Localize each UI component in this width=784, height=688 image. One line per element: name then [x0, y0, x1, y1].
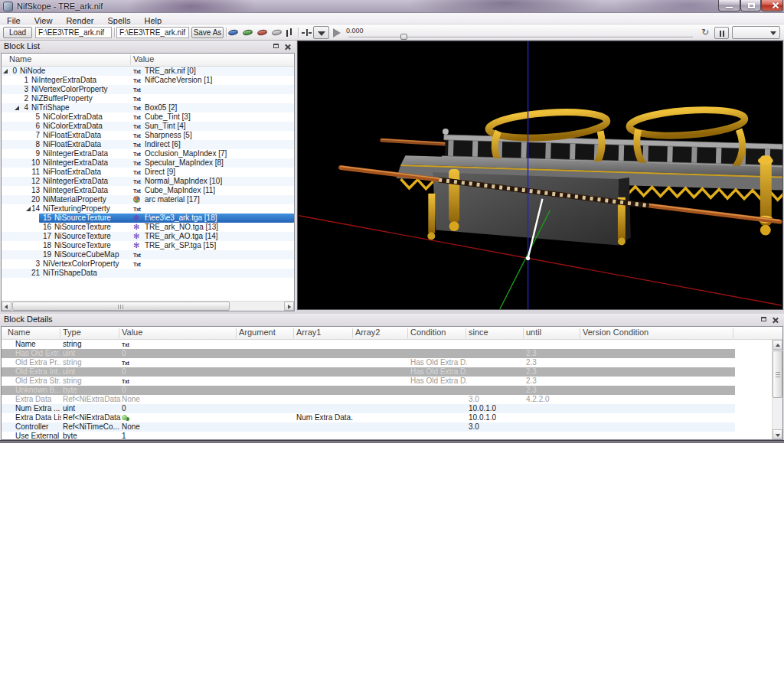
block-details-row[interactable]: ControllerRef<NiTimeCo...None3.0	[2, 422, 735, 432]
block-list-row[interactable]: 19NiSourceCubeMapTxt	[2, 250, 294, 259]
block-list-row[interactable]: 4NiTriShapeTxtBox05 [2]	[2, 103, 294, 112]
cell-value: 0	[122, 367, 237, 377]
block-list-row[interactable]: 9NiIntegerExtraDataTxtOcclusion_MapIndex…	[2, 149, 294, 158]
block-number: 14	[24, 204, 40, 214]
maximize-button[interactable]	[740, 0, 761, 11]
pause-button[interactable]	[714, 27, 729, 39]
scroll-thumb[interactable]	[12, 302, 230, 311]
block-list-row[interactable]: 11NiFloatExtraDataTxtDirect [9]	[2, 168, 294, 177]
block-list-row[interactable]: 0NiNodeTxtTRE_ark.nif [0]	[2, 67, 294, 76]
block-value: TRE_ark_AO.tga [14]	[145, 232, 218, 241]
minimize-button[interactable]	[718, 0, 740, 11]
block-number: 17	[36, 232, 51, 241]
scroll-down-button[interactable]	[773, 429, 782, 439]
center-view-icon[interactable]	[302, 29, 312, 36]
block-details-row[interactable]: Use Externalbyte1	[2, 432, 735, 440]
block-list-row[interactable]: 2NiZBufferPropertyTxt	[2, 94, 294, 103]
block-number: 16	[36, 223, 51, 232]
block-list-row[interactable]: 3NiVertexColorPropertyTxt	[2, 259, 294, 269]
block-details-row[interactable]: Old Extra Int...uint0Has Old Extra D...2…	[2, 367, 735, 377]
horizontal-scrollbar[interactable]	[2, 301, 294, 311]
block-value: Direct [9]	[145, 168, 175, 177]
float-panel-icon[interactable]	[272, 42, 281, 51]
column-until[interactable]: until	[526, 328, 541, 337]
block-list-rows: 0NiNodeTxtTRE_ark.nif [0]1NiIntegerExtra…	[2, 67, 294, 278]
block-list-row[interactable]: 8NiFloatExtraDataTxtIndirect [6]	[2, 140, 294, 149]
scroll-left-button[interactable]	[2, 302, 11, 311]
title-bar[interactable]: NifSkope - TRE_ark.nif	[0, 0, 784, 13]
block-list-row[interactable]: 21NiTriShapeData	[2, 269, 294, 278]
scroll-right-button[interactable]	[284, 302, 294, 311]
block-details-row[interactable]: Extra DataRef<NiExtraData>None3.04.2.2.0	[2, 395, 735, 404]
block-list-row[interactable]: 10NiIntegerExtraDataTxtSpecular_MapIndex…	[2, 158, 294, 168]
close-panel-icon[interactable]	[283, 42, 292, 51]
column-name[interactable]: Name	[8, 328, 30, 337]
cell-name: Name	[15, 340, 61, 349]
column-array1[interactable]: Array1	[296, 328, 321, 337]
cell-name: Num Extra ...	[15, 404, 61, 413]
block-list-row[interactable]: 7NiFloatExtraDataTxtSharpness [5]	[2, 131, 294, 140]
cell-condition: Has Old Extra D...	[410, 367, 467, 377]
block-details-row[interactable]: Old Extra Pr...stringTxtHas Old Extra D.…	[2, 358, 735, 367]
cell-name: Unknown B...	[15, 386, 61, 395]
draw-toggle-green-icon[interactable]	[242, 29, 253, 37]
viewport-3d[interactable]	[297, 41, 783, 310]
scroll-thumb[interactable]	[773, 351, 782, 398]
close-button[interactable]	[761, 0, 783, 11]
close-panel-icon[interactable]	[771, 315, 780, 324]
block-details-row[interactable]: Old Extra Str...stringTxtHas Old Extra D…	[2, 377, 735, 386]
block-list-row[interactable]: 15NiSourceTexture✻f:\ee3\e3_ark.tga [18]	[2, 214, 294, 223]
block-list-row[interactable]: 13NiIntegerExtraDataTxtCube_MapIndex [11…	[2, 186, 294, 195]
column-argument[interactable]: Argument	[239, 328, 276, 337]
block-details-row[interactable]: Num Extra ...uint010.0.1.0	[2, 404, 735, 413]
column-value[interactable]: Value	[122, 328, 142, 337]
origin-point	[526, 256, 530, 260]
block-number: 11	[24, 168, 40, 177]
block-list-row[interactable]: 3NiVertexColorPropertyTxt	[2, 85, 294, 94]
load-button[interactable]: Load	[3, 27, 32, 38]
view-dropdown-button[interactable]	[313, 26, 329, 39]
block-number: 21	[24, 269, 40, 278]
block-list-row[interactable]: 20NiMaterialPropertyarc material [17]	[2, 195, 294, 204]
scroll-up-button[interactable]	[773, 340, 782, 350]
column-type[interactable]: Type	[63, 328, 81, 337]
loop-icon[interactable]: ↻	[701, 27, 709, 37]
cell-value: 0	[122, 349, 237, 358]
load-path-input[interactable]	[35, 27, 112, 38]
block-details-row[interactable]: Has Old Extr...uint02.3	[2, 349, 735, 358]
draw-toggle-red-icon[interactable]	[256, 29, 267, 37]
block-type-name: NiSourceTexture	[54, 214, 111, 223]
block-list-row[interactable]: 18NiSourceTexture✻TRE_ark_SP.tga [15]	[2, 241, 294, 250]
block-details-title-bar: Block Details	[0, 314, 784, 326]
draw-nodes-icon[interactable]	[285, 28, 294, 37]
texture-icon: ✻	[133, 223, 139, 232]
draw-toggle-gray-icon[interactable]	[271, 29, 282, 37]
block-list-row[interactable]: 14NiTexturingPropertyTxt	[2, 204, 294, 214]
play-button[interactable]	[333, 28, 341, 37]
float-panel-icon[interactable]	[760, 315, 769, 324]
save-as-button[interactable]: Save As	[191, 27, 224, 38]
block-details-row[interactable]: Extra Data ListRef<NiExtraData>Num Extra…	[2, 413, 735, 422]
time-slider-thumb[interactable]	[400, 34, 407, 40]
column-condition[interactable]: Condition	[410, 328, 446, 337]
window-title: NifSkope - TRE_ark.nif	[17, 2, 103, 11]
block-details-row[interactable]: NamestringTxt	[2, 340, 735, 349]
save-path-input[interactable]	[116, 27, 189, 38]
block-list-row[interactable]: 16NiSourceTexture✻TRE_ark_NO.tga [13]	[2, 223, 294, 232]
block-list-row[interactable]: 6NiColorExtraDataTxtSun_Tint [4]	[2, 122, 294, 131]
column-value[interactable]: Value	[133, 54, 154, 64]
column-version-condition[interactable]: Version Condition	[583, 328, 648, 337]
block-number: 6	[24, 122, 40, 131]
block-list-row[interactable]: 1NiIntegerExtraDataTxtNifCacheVersion [1…	[2, 76, 294, 85]
column-name[interactable]: Name	[9, 54, 31, 64]
time-slider[interactable]	[348, 35, 693, 39]
block-details-row[interactable]: Unknown B...byte02.3	[2, 386, 735, 395]
column-since[interactable]: since	[469, 328, 488, 337]
block-list-row[interactable]: 5NiColorExtraDataTxtCube_Tint [3]	[2, 112, 294, 122]
draw-toggle-blue-icon[interactable]	[227, 29, 238, 37]
block-list-row[interactable]: 12NiIntegerExtraDataTxtNormal_MapIndex […	[2, 177, 294, 186]
vertical-scrollbar[interactable]	[772, 340, 782, 439]
block-list-row[interactable]: 17NiSourceTexture✻TRE_ark_AO.tga [14]	[2, 232, 294, 241]
column-array2[interactable]: Array2	[355, 328, 380, 337]
animation-select[interactable]	[732, 26, 780, 39]
